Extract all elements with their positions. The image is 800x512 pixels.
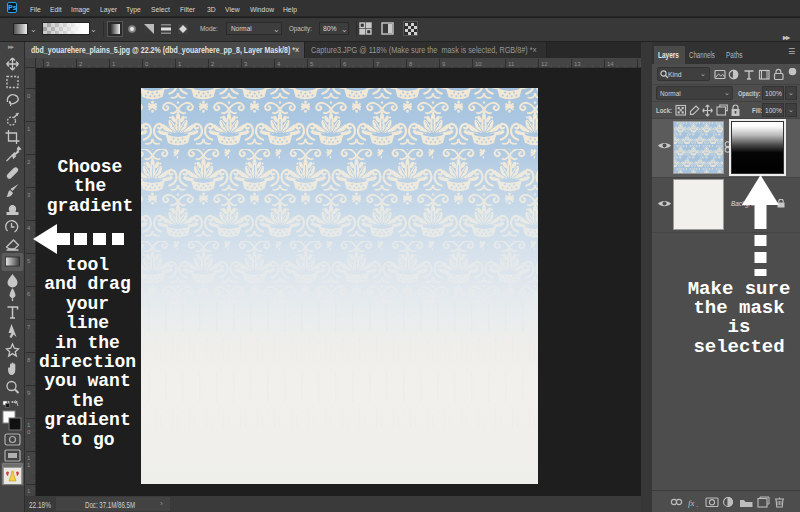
svg-text:11: 11	[508, 61, 515, 67]
svg-text:.: .	[696, 500, 698, 508]
svg-text:12: 12	[541, 61, 548, 67]
svg-text:13: 13	[574, 61, 581, 67]
svg-text:14: 14	[607, 61, 614, 67]
svg-text:10: 10	[475, 61, 482, 67]
svg-text:fx: fx	[688, 498, 695, 508]
